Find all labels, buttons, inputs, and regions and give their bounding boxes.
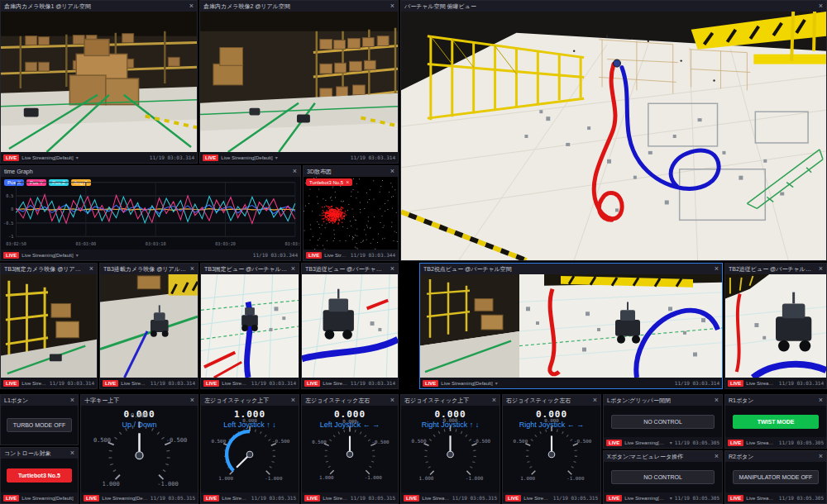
panel-titlebar[interactable]: バーチャル空間 俯瞰ビュー × <box>401 1 826 12</box>
panel-titlebar[interactable]: コントロール対象 × <box>1 448 78 459</box>
close-icon[interactable]: × <box>715 265 719 273</box>
panel-titlebar[interactable]: TB2視点ビュー @バーチャル空間 × <box>420 264 722 274</box>
svg-text:1.000: 1.000 <box>520 476 535 481</box>
timestamp: 11/19 03:03.314 <box>351 380 395 386</box>
close-icon[interactable]: × <box>593 397 597 404</box>
close-icon[interactable]: × <box>70 397 74 404</box>
panel-title: 右ジョイスティック上下 <box>404 395 489 406</box>
panel-title: 十字キー上下 <box>84 395 187 406</box>
stream-select-caret[interactable]: ▾ <box>495 380 498 386</box>
close-icon[interactable]: × <box>492 397 496 404</box>
panel-titlebar[interactable]: TB3固定カメラ映像 @リアル空間 × <box>1 264 97 274</box>
control-target-button[interactable]: Turtlebot3 No.5 <box>7 468 71 483</box>
panel-titlebar[interactable]: 右ジョイスティック左右 × <box>503 395 600 406</box>
virtual-view-canvas[interactable] <box>725 274 826 378</box>
stream-select-caret[interactable]: ▾ <box>275 155 278 160</box>
panel-3d-scatter: 3D散布図 × Turtlebot3 No.5 × LIVE Live Stre… <box>303 165 399 261</box>
virtual-view-canvas[interactable] <box>420 274 722 378</box>
stream-status-bar: LIVE Live Streaming[Default] ▾ 11/19 03:… <box>200 152 398 163</box>
panel-titlebar[interactable]: TB3固定ビュー @バーチャル空間 × <box>201 264 299 274</box>
panel-title: Xボタン:マニピュレータ操作 <box>607 451 711 462</box>
live-badge: LIVE <box>606 495 622 502</box>
close-icon[interactable]: × <box>715 397 719 404</box>
turbo-mode-button[interactable]: TURBO MODE OFF <box>7 418 71 432</box>
virtual-view-canvas[interactable] <box>302 274 398 378</box>
stream-name: Live Streaming[Default] <box>22 496 73 501</box>
close-icon[interactable]: × <box>715 453 719 460</box>
close-icon[interactable]: × <box>293 168 297 175</box>
panel-tb2-pov-virtual-view: TB2視点ビュー @バーチャル空間 × <box>419 263 723 389</box>
panel-title: R2ボタン <box>729 451 815 462</box>
timestamp: 11/19 03:03.344 <box>253 252 298 258</box>
stream-status-bar: LIVE Live Streaming[Default] <box>1 492 78 503</box>
stream-status-bar: LIVE Live Streaming[Default] ▾ 11/19 03:… <box>1 152 197 163</box>
stream-status-bar: LIVE Live Streaming[Default] 11/19 03:05… <box>725 437 826 448</box>
stream-name: Live Streaming[Default] <box>624 496 667 501</box>
panel-gauge-dpad-updown: 十字キー上下 × 1.0000.5000.000-0.500-1.000 0.0… <box>80 394 198 504</box>
close-icon[interactable]: × <box>390 397 394 404</box>
virtual-view-canvas[interactable] <box>201 274 299 378</box>
close-icon[interactable]: × <box>819 265 823 273</box>
svg-text:0.000: 0.000 <box>342 419 357 424</box>
panel-titlebar[interactable]: 倉庫内カメラ映像1 @リアル空間 × <box>1 1 197 12</box>
live-badge: LIVE <box>103 380 118 387</box>
stream-select-caret[interactable]: ▾ <box>670 440 672 445</box>
panel-gauge-left-joystick-updown: 左ジョイスティック上下 × 1.0000.5000.000-0.500-1.00… <box>200 394 299 504</box>
virtual-overview-canvas[interactable] <box>401 12 826 260</box>
manipulator-mode-button[interactable]: MANIPULATOR MODE OFF <box>733 470 820 484</box>
panel-titlebar[interactable]: TB2追従ビュー @バーチャル空間 × <box>725 264 826 274</box>
panel-titlebar[interactable]: TB3追従ビュー @バーチャル空間 × <box>302 264 398 274</box>
panel-titlebar[interactable]: 右ジョイスティック上下 × <box>401 395 500 406</box>
manipulator-control-button[interactable]: NO CONTROL <box>611 470 714 484</box>
close-icon[interactable]: × <box>291 265 295 273</box>
panel-title: TB3固定カメラ映像 @リアル空間 <box>4 264 86 274</box>
timestamp: 11/19 03:03.314 <box>151 380 195 386</box>
close-icon[interactable]: × <box>390 168 394 175</box>
stream-status-bar: LIVE Live Streaming[Default] 11/19 03:03… <box>1 378 97 388</box>
chip-close-icon[interactable]: × <box>346 179 349 185</box>
panel-titlebar[interactable]: Lボタン:グリッパー開閉 × <box>604 395 722 406</box>
svg-text:0.5: 0.5 <box>6 193 13 198</box>
scatter-plot-canvas[interactable] <box>304 177 398 250</box>
panel-titlebar[interactable]: 十字キー上下 × <box>81 395 198 406</box>
stream-select-caret[interactable]: ▾ <box>670 495 672 501</box>
close-icon[interactable]: × <box>190 265 194 273</box>
svg-text:03:03:30: 03:03:30 <box>284 241 300 246</box>
close-icon[interactable]: × <box>70 449 74 457</box>
panel-titlebar[interactable]: Xボタン:マニピュレータ操作 × <box>604 451 722 462</box>
gripper-control-button[interactable]: NO CONTROL <box>611 415 714 429</box>
panel-title: TB3追従ビュー @バーチャル空間 <box>305 264 387 274</box>
panel-titlebar[interactable]: 左ジョイスティック上下 × <box>201 395 299 406</box>
panel-titlebar[interactable]: L1ボタン × <box>1 395 78 406</box>
stream-name: Live Streaming[Default] <box>746 440 776 445</box>
close-icon[interactable]: × <box>190 397 194 404</box>
robot-chip[interactable]: Turtlebot3 No.5 × <box>306 178 352 186</box>
panel-titlebar[interactable]: time Graph × <box>1 166 300 177</box>
live-badge: LIVE <box>304 380 320 387</box>
panel-titlebar[interactable]: R2ボタン × <box>725 451 826 462</box>
panel-titlebar[interactable]: 倉庫内カメラ映像2 @リアル空間 × <box>200 1 398 12</box>
stream-status-bar: LIVE Live Streaming[Default] 11/19 03:05… <box>201 492 299 503</box>
close-icon[interactable]: × <box>390 265 394 273</box>
panel-title: 左ジョイスティック上下 <box>204 395 288 406</box>
gauge-display: 1.0000.5000.000-0.500-1.000 0.000 Right … <box>503 406 600 492</box>
panel-titlebar[interactable]: TB3搭載カメラ映像 @リアル空間 × <box>100 264 198 274</box>
svg-text:-1.000: -1.000 <box>365 475 382 480</box>
stream-select-caret[interactable]: ▾ <box>76 252 79 258</box>
close-icon[interactable]: × <box>819 397 823 404</box>
panel-titlebar[interactable]: 左ジョイスティック左右 × <box>302 395 398 406</box>
close-icon[interactable]: × <box>89 265 93 273</box>
close-icon[interactable]: × <box>390 2 394 10</box>
stream-status-bar: LIVE Live Streaming[Default] 11/19 03:03… <box>725 378 826 388</box>
panel-titlebar[interactable]: R1ボタン × <box>725 395 826 406</box>
twist-mode-button[interactable]: TWIST MODE <box>733 415 820 429</box>
stream-select-caret[interactable]: ▾ <box>76 155 79 160</box>
stream-name: Live Streaming[Default] <box>523 496 550 501</box>
panel-titlebar[interactable]: 3D散布図 × <box>304 166 398 177</box>
close-icon[interactable]: × <box>189 2 194 10</box>
stream-name: Live Streaming[Default] <box>221 155 272 160</box>
svg-text:03:03:10: 03:03:10 <box>146 241 166 246</box>
close-icon[interactable]: × <box>291 397 295 404</box>
close-icon[interactable]: × <box>819 2 823 10</box>
close-icon[interactable]: × <box>819 453 823 460</box>
